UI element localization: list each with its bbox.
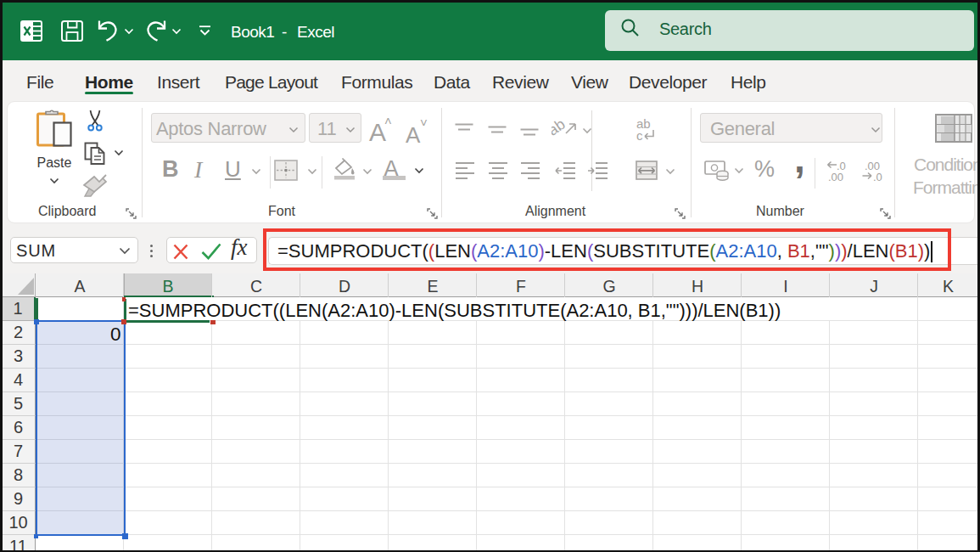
svg-text:.00: .00 bbox=[828, 171, 843, 182]
svg-text:ab: ab bbox=[552, 119, 568, 139]
svg-text:c: c bbox=[636, 128, 643, 143]
svg-text:.0: .0 bbox=[873, 171, 882, 182]
